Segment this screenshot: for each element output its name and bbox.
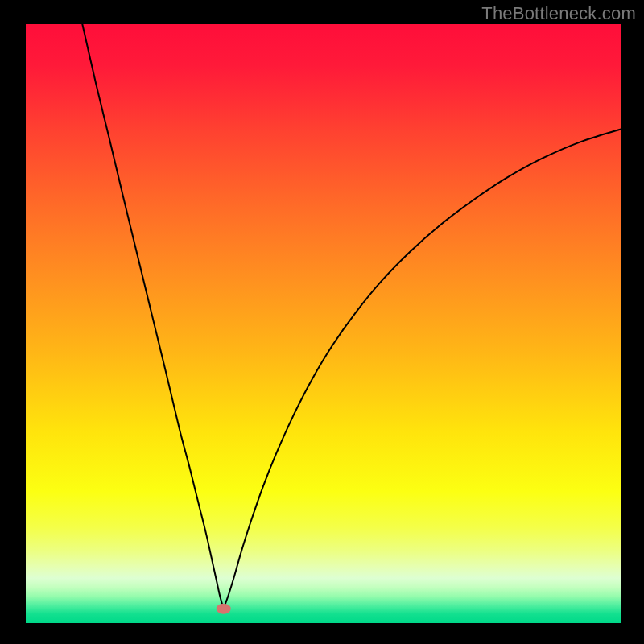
- chart-frame: TheBottleneck.com: [0, 0, 644, 644]
- chart-background: [26, 24, 621, 623]
- cusp-marker: [217, 604, 231, 614]
- chart-plot: [26, 24, 621, 623]
- watermark-text: TheBottleneck.com: [481, 3, 636, 24]
